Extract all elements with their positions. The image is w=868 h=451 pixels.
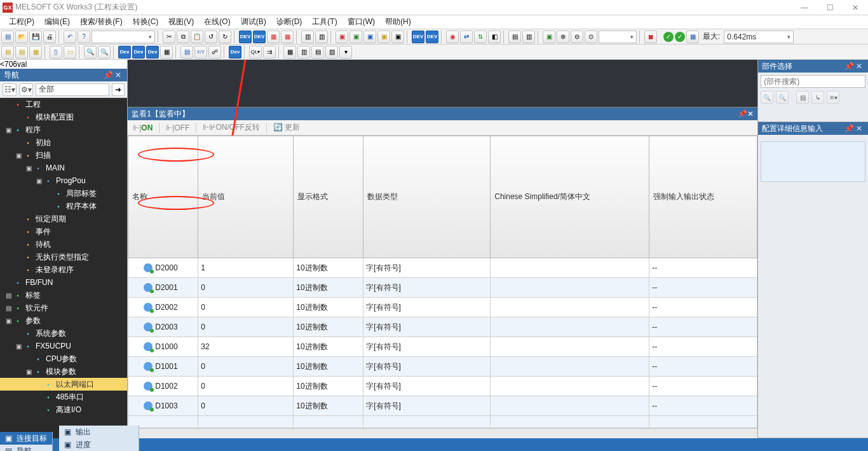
cell[interactable]: 10进制数 — [294, 396, 363, 416]
tree-item[interactable]: ▸▪程序本体 — [0, 200, 127, 212]
zoom-combo[interactable] — [599, 31, 637, 43]
tree-item[interactable]: ▸▪初始 — [0, 136, 127, 149]
grid-btn-1[interactable]: ▦ — [283, 46, 296, 59]
expand-icon[interactable]: ▸ — [14, 254, 23, 261]
dev-btn-2[interactable]: Dev — [132, 46, 145, 59]
tree-item[interactable]: ▸▪485串口 — [0, 391, 127, 403]
column-header[interactable]: 当前值 — [198, 136, 294, 258]
tree-item[interactable]: ▸▪事件 — [0, 225, 127, 238]
nav-btn-1[interactable]: ▤ — [1, 46, 14, 59]
dev-btn-1[interactable]: Dev — [118, 46, 131, 59]
expand-icon[interactable]: ▸ — [4, 279, 13, 286]
zoom-reset-icon[interactable]: ⊙ — [585, 31, 597, 43]
cell[interactable] — [491, 337, 649, 357]
cell[interactable]: D2002 — [128, 298, 198, 317]
parts-btn-5[interactable]: ✕▾ — [827, 91, 839, 104]
panel-close-icon[interactable]: ✕ — [747, 109, 754, 118]
expand-icon[interactable]: ▸ — [14, 241, 23, 248]
cell[interactable]: D1000 — [128, 337, 198, 357]
expand-icon[interactable]: ▸ — [44, 190, 53, 197]
watch-toggle-button[interactable]: ⊩⊮ON/OFF反转 — [203, 122, 259, 133]
table-row[interactable]: D2000110进制数字[有符号]---- — [128, 258, 757, 278]
watch-header[interactable]: 监看1【监看中】 📌 ✕ — [128, 108, 757, 120]
tree-item[interactable]: ▸▪系统参数 — [0, 327, 127, 340]
cell[interactable]: 字[有符号] — [363, 298, 491, 317]
dev-icon-4[interactable]: DEV — [426, 31, 438, 43]
expand-icon[interactable]: ▣ — [34, 177, 43, 184]
cell[interactable]: 字[有符号] — [363, 357, 491, 377]
cell[interactable] — [491, 298, 649, 317]
cell[interactable]: -- — [649, 278, 757, 298]
menu-item[interactable]: 搜索/替换(F) — [75, 15, 128, 29]
expand-icon[interactable]: ▸ — [34, 394, 43, 401]
tree-item[interactable]: ▸▪以太网端口 — [0, 378, 127, 391]
menu-item[interactable]: 在线(O) — [199, 15, 235, 29]
cell[interactable]: -- — [649, 258, 757, 278]
watch-grid[interactable]: 名称当前值显示格式数据类型Chinese Simplified/简体中文强制输入… — [128, 135, 757, 428]
tree-item[interactable]: ▸▪工程 — [0, 98, 127, 111]
build-icon[interactable]: ▦ — [267, 31, 280, 43]
tree-item[interactable]: ▸▪高速I/O — [0, 403, 127, 416]
layout-btn-2[interactable]: ▭ — [64, 46, 76, 59]
tree-item[interactable]: ▸▪恒定周期 — [0, 212, 127, 225]
tree-item[interactable]: ▣▪参数 — [0, 314, 127, 327]
cell[interactable]: 0 — [198, 278, 294, 298]
tree-item[interactable]: ▣▪ProgPou — [0, 174, 127, 187]
expand-icon[interactable]: ▸ — [34, 406, 43, 413]
online-icon-2[interactable]: ⇄ — [460, 31, 473, 43]
expand-icon[interactable]: ▸ — [34, 381, 43, 388]
misc-btn-2[interactable]: ▤ — [180, 46, 193, 59]
undo2-icon[interactable]: ↺ — [205, 31, 217, 43]
cell[interactable]: 10进制数 — [294, 258, 363, 278]
cell[interactable]: 字[有符号] — [363, 377, 491, 396]
redo-icon[interactable]: ↻ — [219, 31, 231, 43]
cell[interactable]: -- — [649, 377, 757, 396]
print-icon[interactable]: 🖨 — [43, 31, 56, 43]
cell[interactable]: 10进制数 — [294, 317, 363, 337]
table-row[interactable]: D2001010进制数字[有符号]---- — [128, 278, 757, 298]
panel-close-icon[interactable]: ✕ — [854, 62, 864, 71]
cell[interactable]: 字[有符号] — [363, 317, 491, 337]
expand-icon[interactable]: ▸ — [14, 330, 23, 337]
parts-btn-2[interactable]: 🔍 — [776, 91, 789, 104]
status-tab[interactable]: ▣ 连接目标 — [0, 432, 53, 445]
column-header[interactable]: 数据类型 — [363, 136, 491, 258]
status-tab[interactable]: ▣ 输出 — [59, 426, 139, 438]
pin-icon[interactable]: 📌 — [844, 124, 854, 133]
grid-btn-2[interactable]: ▥ — [297, 46, 310, 59]
cell[interactable]: D1003 — [128, 396, 198, 416]
expand-icon[interactable]: ▤ — [4, 305, 13, 312]
cell[interactable]: D2001 — [128, 278, 198, 298]
zoom-fit-icon[interactable]: ▣ — [543, 31, 555, 43]
maximize-button[interactable]: ☐ — [817, 0, 843, 15]
layout-btn-1[interactable]: ▯ — [50, 46, 62, 59]
tree-item[interactable]: ▸▪无执行类型指定 — [0, 251, 127, 263]
new-icon[interactable]: ▤ — [1, 31, 14, 43]
filter-combo[interactable]: 全部 — [36, 83, 109, 96]
table-row[interactable]: D10003210进制数字[有符号]---- — [128, 337, 757, 357]
expand-icon[interactable]: ▣ — [14, 152, 23, 159]
tree-item[interactable]: ▣▪扫描 — [0, 149, 127, 162]
pin-icon[interactable]: 📌 — [738, 109, 747, 118]
column-header[interactable]: 显示格式 — [294, 136, 363, 258]
cell[interactable] — [491, 317, 649, 337]
cell[interactable]: 1 — [198, 258, 294, 278]
build-all-icon[interactable]: ▦ — [281, 31, 294, 43]
route-icon[interactable]: ⇉ — [263, 46, 276, 59]
cell[interactable]: -- — [649, 317, 757, 337]
tree-item[interactable]: ▸▪待机 — [0, 238, 127, 251]
menu-item[interactable]: 工具(T) — [307, 15, 342, 29]
cell[interactable]: 字[有符号] — [363, 396, 491, 416]
cell[interactable]: 32 — [198, 337, 294, 357]
navigation-header[interactable]: 导航 📌 ✕ — [0, 69, 127, 81]
max-value-combo[interactable]: 0.642ms — [724, 31, 794, 43]
online-icon-1[interactable]: ◉ — [446, 31, 459, 43]
filter-tree-icon[interactable]: ☷▾ — [3, 83, 17, 96]
grid-btn-4[interactable]: ▧ — [325, 46, 338, 59]
window-icon-2[interactable]: ▥ — [522, 31, 535, 43]
menu-item[interactable]: 调试(B) — [236, 15, 271, 29]
cell[interactable]: 10进制数 — [294, 278, 363, 298]
misc-btn-3[interactable]: ☍ — [208, 46, 221, 59]
misc-btn-1[interactable]: ▦ — [160, 46, 173, 59]
cell[interactable]: 0 — [198, 357, 294, 377]
